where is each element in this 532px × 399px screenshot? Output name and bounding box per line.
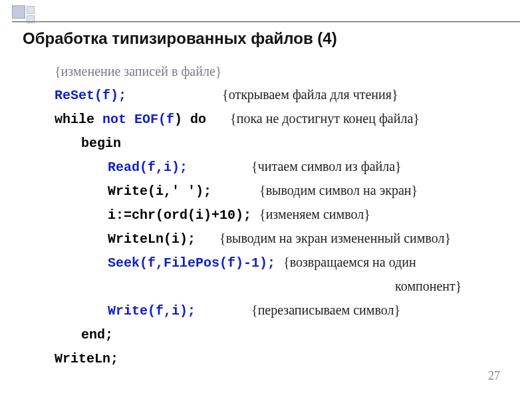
code-line-read: Read(f,i); {читаем символ из файла} (55, 155, 505, 179)
code-line-while: while not EOF(f) do {пока не достигнут к… (55, 107, 505, 131)
code-line-writeln-i: WriteLn(i); {выводим на экран измененный… (55, 227, 505, 251)
decor-square-icon (27, 6, 35, 14)
slide-title: Обработка типизированных файлов (4) (23, 29, 337, 48)
code-line-writeln: WriteLn; (55, 346, 505, 370)
code-line-write-file: Write(f,i); {перезаписываем символ} (55, 299, 505, 323)
code-line-write-screen: Write(i,' '); {выводим символ на экран} (55, 179, 505, 203)
code-line-comment-header: {изменение записей в файле} (55, 60, 505, 83)
page-number: 27 (488, 369, 500, 383)
code-line-begin: begin (55, 131, 505, 155)
decor-square-icon (12, 5, 25, 19)
code-line-seek-cont: компонент} (55, 275, 505, 299)
slide-body: {изменение записей в файле} ReSet(f); {о… (55, 60, 505, 370)
slide: Обработка типизированных файлов (4) {изм… (0, 0, 532, 399)
code-line-reset: ReSet(f); {открываем файла для чтения} (55, 83, 505, 107)
code-line-seek: Seek(f,FilePos(f)-1); {возвращаемся на о… (55, 251, 505, 275)
header-divider (12, 21, 520, 23)
code-line-assign: i:=chr(ord(i)+10); {изменяем символ} (55, 203, 505, 227)
code-line-end: end; (55, 323, 505, 346)
corner-decor (12, 5, 35, 23)
